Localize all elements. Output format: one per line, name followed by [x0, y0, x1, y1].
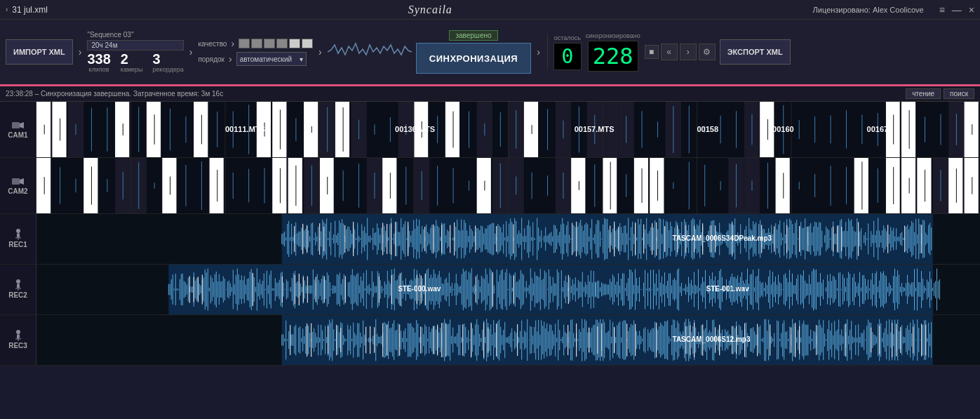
qbox-6[interactable] [302, 39, 313, 48]
close-button[interactable]: × [969, 4, 974, 15]
status-message: 23:38:28 – Синхронизация завершена. Затр… [6, 90, 903, 98]
svg-point-4 [16, 229, 20, 233]
rec1-icon [12, 230, 25, 239]
rec1-name: REC1 [8, 241, 27, 248]
settings-button[interactable]: ⚙ [699, 44, 716, 60]
svg-rect-0 [12, 122, 20, 128]
cameras-stat: 2 камеры [121, 52, 143, 73]
rec3-content[interactable] [36, 315, 980, 365]
app-logo: Syncaila [408, 4, 452, 16]
synced-counter: синхронизировано 228 [586, 32, 640, 72]
rec2-content[interactable] [36, 265, 980, 314]
cam2-label: CAM2 [0, 158, 36, 213]
quality-boxes[interactable] [239, 39, 313, 48]
sync-button[interactable]: СИНХРОНИЗАЦИЯ [416, 43, 531, 74]
timeline: CAM1 CAM2 [0, 102, 980, 366]
cam2-content[interactable] [36, 158, 980, 213]
completed-badge: завершено [449, 30, 497, 41]
svg-marker-1 [20, 122, 24, 128]
export-xml-button[interactable]: ЭКСПОРТ XML [720, 39, 791, 65]
license-text: Лицензировано: Alex Coolicove [813, 6, 924, 14]
read-tab[interactable]: чтение [906, 88, 941, 99]
svg-marker-3 [20, 178, 24, 185]
qbox-4[interactable] [276, 39, 288, 48]
sync-and-badge: завершено СИНХРОНИЗАЦИЯ [416, 30, 531, 74]
import-arrow: › [77, 46, 83, 58]
synced-label: синхронизировано [586, 32, 640, 39]
minimize-button[interactable]: — [952, 4, 962, 15]
recorders-value: 3 [153, 51, 161, 67]
title-bar: › 31 jul.xml Syncaila Лицензировано: Ale… [0, 0, 980, 20]
cam1-icon [12, 120, 25, 130]
cam2-icon [12, 176, 25, 186]
cam1-label: CAM1 [0, 102, 36, 157]
rec2-waveform [36, 265, 980, 314]
qbox-2[interactable] [251, 39, 262, 48]
cameras-value: 2 [121, 51, 128, 67]
rec3-label: REC3 [0, 315, 36, 365]
rec1-track: REC1 [0, 214, 980, 265]
rec3-track: REC3 [0, 315, 980, 366]
cam1-track: CAM1 [0, 102, 980, 158]
time-badge: 20ч 24м [87, 40, 183, 51]
remaining-value: 0 [553, 43, 582, 70]
svg-rect-9 [17, 284, 20, 288]
clips-value: 338 [87, 51, 110, 67]
clips-stat: 338 клипов [87, 52, 110, 73]
forward-button[interactable]: › [680, 44, 697, 60]
rec1-content[interactable] [36, 214, 980, 264]
svg-rect-7 [18, 239, 19, 240]
clips-label: клипов [87, 66, 110, 73]
order-select[interactable]: автоматический ▾ [236, 52, 307, 66]
filename: 31 jul.xml [12, 5, 48, 15]
svg-rect-14 [15, 338, 21, 340]
recorders-label: рекордера [153, 66, 184, 73]
cam1-name: CAM1 [8, 131, 27, 139]
rec1-waveform [36, 214, 980, 264]
stop-button[interactable]: ■ [645, 45, 659, 59]
cameras-label: камеры [121, 66, 143, 73]
quality-label: качество [198, 40, 227, 48]
rec3-waveform [36, 315, 980, 365]
seq-arrow: › [188, 46, 194, 58]
recorders-stat: 3 рекордера [153, 52, 184, 73]
cam2-waveform [36, 158, 980, 213]
menu-icon[interactable]: ≡ [939, 4, 945, 15]
svg-rect-2 [12, 178, 20, 185]
remaining-label: осталось [554, 34, 581, 41]
cam1-waveform [36, 102, 980, 157]
title-arrow: › [6, 6, 8, 13]
rec3-name: REC3 [8, 342, 27, 350]
cam2-track: CAM2 [0, 158, 980, 214]
cam2-name: CAM2 [8, 187, 27, 195]
control-buttons: ■ « › ⚙ [645, 44, 716, 60]
rewind-button[interactable]: « [661, 44, 678, 60]
cam1-content[interactable] [36, 102, 980, 157]
status-bar: 23:38:28 – Синхронизация завершена. Затр… [0, 86, 980, 102]
svg-rect-13 [17, 334, 20, 339]
svg-rect-15 [18, 340, 19, 341]
svg-rect-11 [18, 289, 19, 291]
rec2-icon [12, 280, 25, 290]
order-label: порядок [198, 55, 224, 63]
svg-rect-10 [15, 288, 21, 289]
rec2-track: REC2 [0, 265, 980, 315]
remaining-counter: осталось 0 [553, 34, 582, 70]
svg-rect-6 [15, 237, 21, 239]
import-xml-button[interactable]: ИМПОРТ XML [6, 39, 73, 65]
svg-point-8 [16, 279, 20, 284]
toolbar: ИМПОРТ XML › "Sequence 03" 20ч 24м 338 к… [0, 20, 980, 86]
quality-arrow: › [317, 46, 323, 58]
qbox-3[interactable] [264, 39, 275, 48]
rec1-label: REC1 [0, 214, 36, 264]
qbox-5[interactable] [289, 39, 300, 48]
rec3-icon [12, 331, 25, 340]
separator-1 [547, 34, 548, 69]
qbox-1[interactable] [239, 39, 250, 48]
sync-arrow: › [535, 46, 542, 58]
search-tab[interactable]: поиск [944, 88, 974, 99]
synced-value: 228 [588, 41, 638, 72]
quality-block: качество › порядок › автоматический ▾ [198, 38, 313, 66]
sequence-block: "Sequence 03" 20ч 24м 338 клипов 2 камер… [87, 31, 183, 73]
svg-point-12 [16, 330, 20, 334]
